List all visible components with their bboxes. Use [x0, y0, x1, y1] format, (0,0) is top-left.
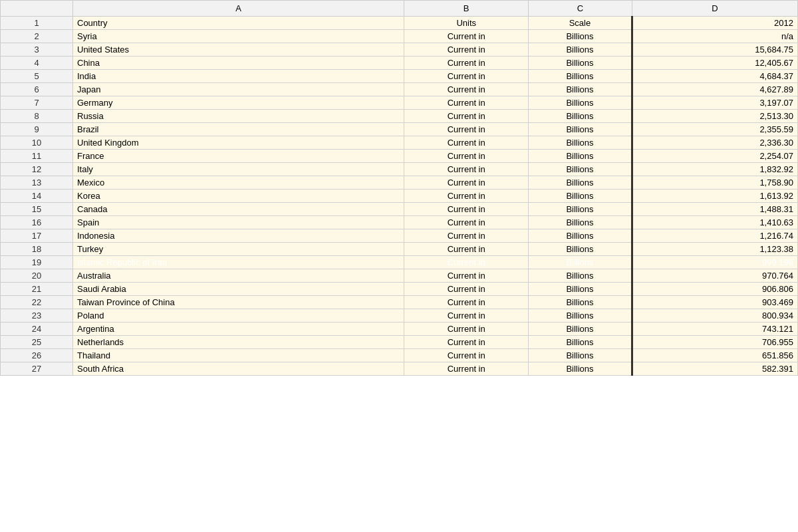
cell-scale[interactable]: Billions [529, 96, 632, 110]
cell-value-2012[interactable]: 743.121 [632, 323, 797, 336]
cell-value-2012[interactable]: 2,513.30 [632, 110, 797, 123]
cell-units[interactable]: Current in [404, 309, 529, 323]
cell-country[interactable]: South Africa [73, 362, 404, 376]
table-row[interactable]: 19Islamic Republic of IranCurrent inBill… [1, 256, 798, 269]
table-row[interactable]: 12ItalyCurrent inBillions1,832.92 [1, 163, 798, 176]
cell-scale[interactable]: Billions [529, 296, 632, 309]
cell-value-2012[interactable]: 2,254.07 [632, 150, 797, 163]
cell-value-2012[interactable]: 651.856 [632, 349, 797, 362]
table-row[interactable]: 25NetherlandsCurrent inBillions706.955 [1, 336, 798, 349]
cell-units[interactable]: Current in [404, 30, 529, 43]
cell-country[interactable]: Argentina [73, 323, 404, 336]
table-row[interactable]: 2SyriaCurrent inBillionsn/a [1, 30, 798, 43]
table-row[interactable]: 26ThailandCurrent inBillions651.856 [1, 349, 798, 362]
cell-scale[interactable]: Billions [529, 283, 632, 296]
cell-scale[interactable]: Billions [529, 110, 632, 123]
cell-country[interactable]: Australia [73, 269, 404, 283]
cell-country[interactable]: China [73, 57, 404, 70]
cell-units[interactable]: Current in [404, 203, 529, 216]
cell-scale[interactable]: Billions [529, 216, 632, 229]
cell-units[interactable]: Current in [404, 150, 529, 163]
table-row[interactable]: 24ArgentinaCurrent inBillions743.121 [1, 323, 798, 336]
cell-scale[interactable]: Billions [529, 83, 632, 96]
table-row[interactable]: 14KoreaCurrent inBillions1,613.92 [1, 190, 798, 203]
table-row[interactable]: 13MexicoCurrent inBillions1,758.90 [1, 176, 798, 190]
cell-scale[interactable]: Billions [529, 70, 632, 83]
table-row[interactable]: 8RussiaCurrent inBillions2,513.30 [1, 110, 798, 123]
cell-value-2012[interactable]: 12,405.67 [632, 57, 797, 70]
cell-scale[interactable]: Scale [529, 17, 632, 30]
cell-country[interactable]: Indonesia [73, 229, 404, 243]
table-row[interactable]: 7GermanyCurrent inBillions3,197.07 [1, 96, 798, 110]
cell-units[interactable]: Current in [404, 176, 529, 190]
cell-units[interactable]: Current in [404, 362, 529, 376]
table-row[interactable]: 22Taiwan Province of ChinaCurrent inBill… [1, 296, 798, 309]
cell-scale[interactable]: Billions [529, 150, 632, 163]
cell-scale[interactable]: Billions [529, 349, 632, 362]
cell-units[interactable]: Current in [404, 110, 529, 123]
cell-country[interactable]: Syria [73, 30, 404, 43]
cell-units[interactable]: Current in [404, 229, 529, 243]
cell-units[interactable]: Current in [404, 136, 529, 150]
cell-country[interactable]: Italy [73, 163, 404, 176]
cell-scale[interactable]: Billions [529, 176, 632, 190]
table-row[interactable]: 6JapanCurrent inBillions4,627.89 [1, 83, 798, 96]
cell-value-2012[interactable]: 970.764 [632, 269, 797, 283]
cell-value-2012[interactable]: 2012 [632, 17, 797, 30]
table-row[interactable]: 5IndiaCurrent inBillions4,684.37 [1, 70, 798, 83]
table-row[interactable]: 17IndonesiaCurrent inBillions1,216.74 [1, 229, 798, 243]
cell-country[interactable]: United Kingdom [73, 136, 404, 150]
cell-units[interactable]: Current in [404, 269, 529, 283]
table-row[interactable]: 1CountryUnitsScale2012 [1, 17, 798, 30]
cell-scale[interactable]: Billions [529, 190, 632, 203]
cell-value-2012[interactable]: 4,627.89 [632, 83, 797, 96]
table-row[interactable]: 20AustraliaCurrent inBillions970.764 [1, 269, 798, 283]
cell-scale[interactable]: Billions [529, 43, 632, 57]
cell-value-2012[interactable]: 906.806 [632, 283, 797, 296]
cell-value-2012[interactable]: 1,216.74 [632, 229, 797, 243]
cell-value-2012[interactable]: 4,684.37 [632, 70, 797, 83]
cell-units[interactable]: Current in [404, 296, 529, 309]
cell-scale[interactable]: Billions [529, 269, 632, 283]
cell-scale[interactable]: Billions [529, 136, 632, 150]
col-header-a[interactable]: A [73, 1, 404, 17]
table-row[interactable]: 15CanadaCurrent inBillions1,488.31 [1, 203, 798, 216]
cell-scale[interactable]: Billions [529, 57, 632, 70]
cell-units[interactable]: Current in [404, 349, 529, 362]
cell-value-2012[interactable]: 1,613.92 [632, 190, 797, 203]
cell-scale[interactable]: Billions [529, 30, 632, 43]
cell-value-2012[interactable]: 15,684.75 [632, 43, 797, 57]
cell-country[interactable]: Thailand [73, 349, 404, 362]
cell-country[interactable]: Germany [73, 96, 404, 110]
cell-scale[interactable]: Billions [529, 323, 632, 336]
table-row[interactable]: 4ChinaCurrent inBillions12,405.67 [1, 57, 798, 70]
cell-country[interactable]: Country [73, 17, 404, 30]
cell-value-2012[interactable]: 2,336.30 [632, 136, 797, 150]
cell-value-2012[interactable]: 1,488.31 [632, 203, 797, 216]
table-row[interactable]: 11FranceCurrent inBillions2,254.07 [1, 150, 798, 163]
table-row[interactable]: 10United KingdomCurrent inBillions2,336.… [1, 136, 798, 150]
cell-units[interactable]: Current in [404, 216, 529, 229]
cell-units[interactable]: Current in [404, 96, 529, 110]
cell-country[interactable]: France [73, 150, 404, 163]
cell-units[interactable]: Current in [404, 83, 529, 96]
cell-units[interactable]: Units [404, 17, 529, 30]
cell-units[interactable]: Current in [404, 123, 529, 136]
cell-units[interactable]: Current in [404, 256, 529, 269]
cell-country[interactable]: Islamic Republic of Iran [73, 256, 404, 269]
table-row[interactable]: 16SpainCurrent inBillions1,410.63 [1, 216, 798, 229]
table-row[interactable]: 27South AfricaCurrent inBillions582.391 [1, 362, 798, 376]
cell-value-2012[interactable]: 582.391 [632, 362, 797, 376]
cell-units[interactable]: Current in [404, 243, 529, 256]
cell-country[interactable]: Turkey [73, 243, 404, 256]
cell-scale[interactable]: Billions [529, 229, 632, 243]
cell-country[interactable]: Brazil [73, 123, 404, 136]
cell-country[interactable]: India [73, 70, 404, 83]
cell-value-2012[interactable]: 903.469 [632, 296, 797, 309]
cell-country[interactable]: Saudi Arabia [73, 283, 404, 296]
cell-country[interactable]: Japan [73, 83, 404, 96]
cell-country[interactable]: United States [73, 43, 404, 57]
table-row[interactable]: 9BrazilCurrent inBillions2,355.59 [1, 123, 798, 136]
cell-scale[interactable]: Billions [529, 123, 632, 136]
cell-country[interactable]: Mexico [73, 176, 404, 190]
